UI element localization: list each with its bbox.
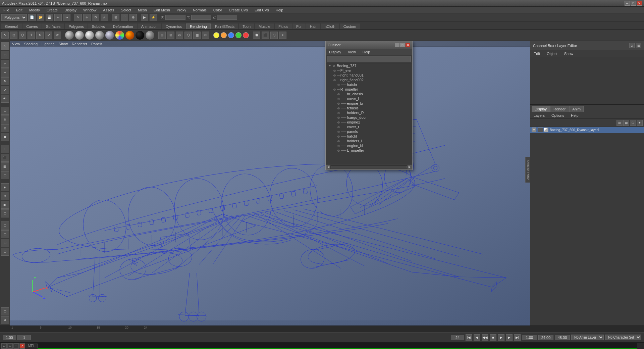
menu-display[interactable]: Display	[62, 7, 78, 13]
layer-color-swatch[interactable]	[544, 128, 548, 132]
toolbar-select[interactable]: ↖	[74, 14, 82, 21]
menu-select[interactable]: Select	[119, 7, 133, 13]
outliner-item-hatchl[interactable]: ◎ ── hatchl	[326, 134, 412, 139]
toolbar-undo[interactable]: ↩	[54, 14, 62, 21]
outliner-item-fcargo-door[interactable]: ◎ ── fcargo_door	[326, 115, 412, 120]
tool-snap-on[interactable]: ⊟	[158, 32, 166, 39]
menu-mesh[interactable]: Mesh	[136, 7, 149, 13]
title-maximize-btn[interactable]: □	[631, 1, 636, 6]
tab-general[interactable]: General	[1, 23, 22, 29]
layer-tab-anim[interactable]: Anim	[569, 106, 584, 112]
outliner-item-holders-l[interactable]: ◎ ── holders_l	[326, 139, 412, 143]
outliner-horizontal-scroll[interactable]: ◀ ▶	[326, 164, 412, 169]
menu-proxy[interactable]: Proxy	[175, 7, 188, 13]
menu-edit-uvs[interactable]: Edit UVs	[253, 7, 271, 13]
layer-tab-display[interactable]: Display	[532, 106, 550, 112]
light-blue[interactable]	[228, 32, 234, 38]
toolbar-scale[interactable]: ⤢	[101, 14, 108, 21]
sphere-grey[interactable]	[146, 31, 154, 40]
outliner-item-holders-r[interactable]: ◎ ── holders_R	[326, 110, 412, 115]
left-select-tool[interactable]: ↖	[1, 42, 9, 50]
sphere-blinn[interactable]	[85, 31, 94, 40]
play-next-end-btn[interactable]: ▶|	[514, 334, 521, 341]
layer-icon4[interactable]: ✦	[637, 120, 643, 126]
vp-menu-lighting[interactable]: Lighting	[42, 42, 55, 46]
tab-toon[interactable]: Toon	[239, 23, 254, 29]
toolbar-new[interactable]: 📄	[28, 14, 36, 21]
status-icon2[interactable]: □	[7, 343, 13, 349]
tab-rendering[interactable]: Rendering	[186, 23, 211, 29]
tab-ncloth[interactable]: nCloth	[321, 23, 339, 29]
layer-icon1[interactable]: ⊞	[616, 120, 623, 126]
outliner-item-br-chasis[interactable]: ◎ ── br_chasis	[326, 92, 412, 96]
sphere-bar-move[interactable]: ✛	[28, 32, 35, 39]
tab-fluids[interactable]: Fluids	[275, 23, 292, 29]
outliner-close-btn[interactable]: ✕	[406, 43, 410, 47]
tool-channel[interactable]: ⬡	[184, 32, 192, 39]
toolbar-redo[interactable]: ↪	[63, 14, 70, 21]
sphere-color[interactable]	[125, 31, 134, 40]
le-menu-help[interactable]: Help	[569, 112, 581, 119]
tab-muscle[interactable]: Muscle	[255, 23, 274, 29]
tab-fur[interactable]: Fur	[292, 23, 306, 29]
character-set-select[interactable]: No Character Set	[605, 335, 641, 340]
menu-create-uvs[interactable]: Create UVs	[227, 7, 250, 13]
left-tool-13[interactable]: ⬛	[1, 154, 9, 162]
outliner-item-cover-l[interactable]: ◎ ── cover_l	[326, 96, 412, 101]
left-show-tool[interactable]: 👁	[1, 95, 9, 103]
cb-icon2[interactable]: ▦	[636, 43, 641, 48]
outliner-item-engine2[interactable]: ◎ ── engine2	[326, 120, 412, 124]
mode-select[interactable]: Polygons	[1, 14, 27, 21]
outliner-item-hatchr[interactable]: ◎ ── hatchr	[326, 82, 412, 87]
left-tool-11[interactable]: ⬟	[1, 133, 9, 141]
playback-end-input[interactable]	[451, 335, 464, 340]
left-lasso-tool[interactable]: ⬡	[1, 51, 9, 59]
left-tool-22[interactable]: ⬡	[1, 239, 9, 247]
menu-create[interactable]: Create	[45, 7, 60, 13]
play-stop-btn[interactable]: ■	[490, 334, 496, 341]
toolbar-ipr[interactable]: ⚡	[150, 14, 157, 21]
outliner-item-l-impeller[interactable]: ◎ ── L_impeller	[326, 148, 412, 153]
left-tool-16[interactable]: ◈	[1, 183, 9, 191]
outliner-scroll-left[interactable]: ◀	[326, 165, 330, 169]
cb-menu-show[interactable]: Show	[562, 50, 576, 57]
left-tool-9[interactable]: ⊕	[1, 115, 9, 123]
outliner-item-boeing737[interactable]: ▼ ⊙ Boeing_737	[326, 63, 412, 68]
outliner-title-bar[interactable]: Outliner ─ □ ✕	[326, 41, 412, 49]
left-tool-21[interactable]: ⬡	[1, 230, 9, 238]
outliner-menu-view[interactable]: View	[346, 49, 358, 55]
toolbar-save[interactable]: 💾	[46, 14, 53, 21]
left-tool-14[interactable]: ▦	[1, 162, 9, 170]
outliner-menu-display[interactable]: Display	[327, 49, 343, 55]
left-tool-15[interactable]: ⬡	[1, 171, 9, 179]
tool-extra3[interactable]: ⬡	[270, 32, 278, 39]
outliner-search-input[interactable]	[327, 56, 411, 62]
left-tool-18[interactable]: ▣	[1, 201, 9, 209]
tab-animation[interactable]: Animation	[138, 23, 161, 29]
left-tool-17[interactable]: ⊙	[1, 192, 9, 200]
sphere-phong[interactable]	[75, 31, 84, 40]
sphere-bar-rotate[interactable]: ↻	[36, 32, 44, 39]
left-tool-bottom2[interactable]: 🖥	[1, 316, 9, 324]
le-menu-options[interactable]: Options	[549, 112, 566, 119]
toolbar-x-input[interactable]	[165, 15, 185, 20]
vp-menu-panels[interactable]: Panels	[91, 42, 103, 46]
sphere-bar-select[interactable]: ↖	[1, 32, 9, 39]
start-frame-input[interactable]: 1.00	[3, 335, 16, 340]
tool-extra2[interactable]: ⬛	[262, 32, 269, 39]
tab-deformation[interactable]: Deformation	[109, 23, 137, 29]
light-green[interactable]	[235, 32, 241, 38]
outliner-item-engine-bl[interactable]: ◎ ── engine_bl	[326, 143, 412, 148]
toolbar-move[interactable]: ✛	[83, 14, 91, 21]
tab-polygons[interactable]: Polygons	[65, 23, 87, 29]
toolbar-snap-curve[interactable]: ⌒	[121, 14, 128, 21]
outliner-item-right-flanc002[interactable]: ◎ ─ right_flanc002	[326, 78, 412, 82]
outliner-scroll-right[interactable]: ▶	[408, 165, 412, 169]
anim-start-input[interactable]	[522, 335, 537, 340]
menu-edit-mesh[interactable]: Edit Mesh	[152, 7, 172, 13]
toolbar-open[interactable]: 📂	[37, 14, 44, 21]
left-scale-tool[interactable]: ⤢	[1, 86, 9, 94]
status-icon1[interactable]: ⬡	[1, 343, 7, 349]
menu-assets[interactable]: Assets	[101, 7, 116, 13]
attribute-editor-tab[interactable]: Attribute Editor	[525, 157, 530, 183]
